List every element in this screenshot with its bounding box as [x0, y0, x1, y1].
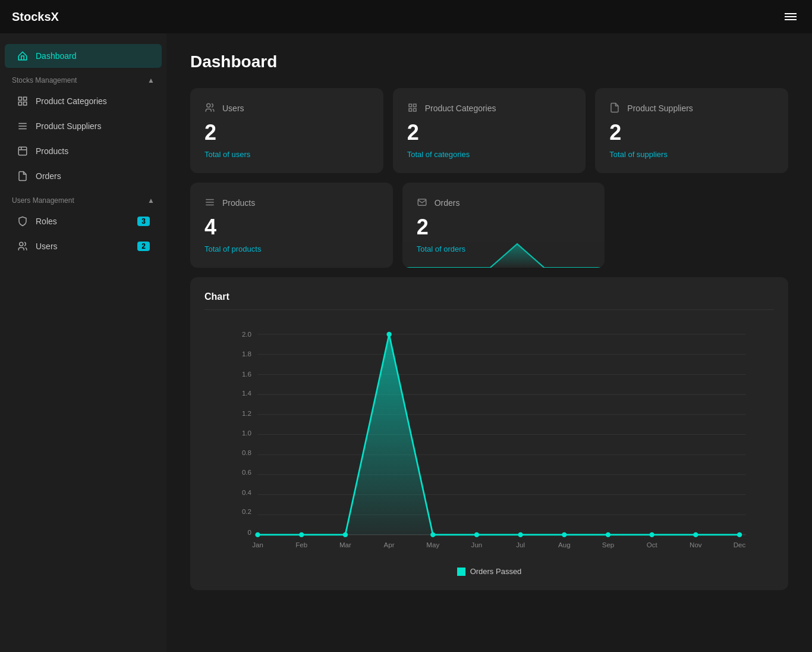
svg-text:May: May [426, 541, 439, 548]
svg-text:Aug: Aug [558, 541, 571, 548]
svg-point-50 [693, 532, 698, 537]
chart-container: 2.0 1.8 1.6 1.4 1.2 1.0 0.8 0.6 0.4 0.2 … [204, 322, 774, 560]
stat-card-product-suppliers[interactable]: Product Suppliers 2 Total of suppliers [595, 88, 788, 173]
svg-point-46 [518, 532, 523, 537]
stat-orders-label: Orders [435, 198, 460, 208]
shield-icon [17, 215, 29, 227]
menu-line-3 [785, 19, 797, 20]
grid-icon [17, 95, 29, 107]
stat-categories-value: 2 [407, 120, 572, 145]
svg-text:0.8: 0.8 [242, 449, 251, 456]
sidebar-orders-label: Orders [36, 171, 61, 181]
home-icon [17, 50, 29, 62]
stat-card-product-categories[interactable]: Product Categories 2 Total of categories [393, 88, 586, 173]
topbar: StocksX [0, 0, 812, 33]
sidebar-products-label: Products [36, 146, 68, 156]
users-icon [17, 240, 29, 252]
svg-text:0.2: 0.2 [242, 508, 251, 515]
svg-text:1.4: 1.4 [242, 390, 252, 397]
empty-slot [614, 183, 788, 268]
svg-text:Jan: Jan [252, 541, 263, 548]
stats-row-1: Users 2 Total of users Product Categorie… [190, 88, 788, 173]
stat-card-users[interactable]: Users 2 Total of users [190, 88, 383, 173]
categories-stat-icon [407, 102, 419, 114]
svg-text:Mar: Mar [339, 541, 351, 548]
svg-rect-3 [24, 102, 27, 105]
sidebar-item-product-categories[interactable]: Product Categories [5, 89, 162, 113]
svg-point-42 [343, 532, 348, 537]
stat-card-orders[interactable]: Orders 2 Total of orders [402, 183, 605, 268]
stat-users-link[interactable]: Total of users [204, 150, 369, 159]
chart-svg: 2.0 1.8 1.6 1.4 1.2 1.0 0.8 0.6 0.4 0.2 … [204, 322, 774, 560]
users-management-label: Users Management [12, 196, 74, 205]
stat-card-orders-header: Orders [417, 197, 591, 209]
menu-line-2 [785, 16, 797, 17]
menu-line-1 [785, 13, 797, 14]
svg-text:Oct: Oct [647, 541, 658, 548]
main-layout: Dashboard Stocks Management ▲ Product Ca… [0, 33, 812, 652]
svg-point-41 [299, 532, 304, 537]
stat-orders-value: 2 [417, 215, 591, 240]
svg-point-51 [737, 532, 742, 537]
sidebar-item-product-suppliers[interactable]: Product Suppliers [5, 114, 162, 138]
svg-text:Jun: Jun [471, 541, 483, 548]
svg-text:Jul: Jul [516, 541, 525, 548]
stat-users-label: Users [222, 104, 244, 113]
svg-point-10 [20, 242, 23, 246]
svg-text:0.4: 0.4 [242, 489, 252, 496]
stat-card-categories-header: Product Categories [407, 102, 572, 114]
stocks-management-label: Stocks Management [12, 76, 77, 84]
stat-categories-link[interactable]: Total of categories [407, 150, 572, 159]
sidebar-item-dashboard[interactable]: Dashboard [5, 44, 162, 68]
stat-products-link[interactable]: Total of products [204, 244, 379, 253]
user-menu-button[interactable] [781, 7, 800, 26]
list-icon [17, 120, 29, 132]
legend-color-box [457, 568, 465, 576]
svg-point-11 [207, 104, 210, 107]
users-badge: 2 [137, 242, 150, 251]
sidebar-item-roles[interactable]: Roles 3 [5, 209, 162, 233]
svg-text:1.8: 1.8 [242, 350, 251, 358]
roles-badge: 3 [137, 217, 150, 226]
chart-section: Chart 2.0 1.8 1.6 1. [190, 277, 788, 590]
sidebar-item-orders[interactable]: Orders [5, 164, 162, 188]
users-management-section: Users Management ▲ [0, 189, 166, 208]
stat-products-value: 4 [204, 215, 379, 240]
stat-suppliers-link[interactable]: Total of suppliers [609, 150, 774, 159]
svg-text:1.6: 1.6 [242, 371, 251, 378]
users-stat-icon [204, 102, 216, 114]
products-stat-icon [204, 197, 216, 209]
stat-products-label: Products [222, 198, 255, 208]
stat-categories-label: Product Categories [425, 104, 496, 113]
svg-text:1.2: 1.2 [242, 410, 251, 417]
users-chevron-icon[interactable]: ▲ [147, 196, 155, 205]
svg-marker-16 [402, 244, 605, 268]
sidebar-dashboard-label: Dashboard [36, 51, 77, 61]
chart-legend: Orders Passed [204, 567, 774, 576]
stat-card-products[interactable]: Products 4 Total of products [190, 183, 393, 268]
svg-point-45 [474, 532, 479, 537]
orders-stat-icon [417, 197, 429, 209]
stocks-chevron-icon[interactable]: ▲ [147, 76, 155, 84]
stat-suppliers-label: Product Suppliers [627, 104, 693, 113]
stocks-management-section: Stocks Management ▲ [0, 69, 166, 88]
svg-text:Nov: Nov [690, 541, 702, 548]
svg-text:1.0: 1.0 [242, 430, 251, 437]
svg-text:Dec: Dec [734, 541, 746, 548]
svg-point-44 [430, 532, 435, 537]
svg-text:Apr: Apr [384, 541, 395, 548]
svg-rect-1 [24, 97, 27, 100]
svg-point-49 [649, 532, 654, 537]
suppliers-stat-icon [609, 102, 621, 114]
svg-text:Feb: Feb [295, 541, 307, 548]
sidebar-users-label: Users [36, 242, 58, 251]
sidebar-item-products[interactable]: Products [5, 139, 162, 163]
stat-suppliers-value: 2 [609, 120, 774, 145]
svg-rect-2 [18, 102, 21, 105]
stat-card-products-header: Products [204, 197, 379, 209]
legend-label: Orders Passed [470, 567, 522, 576]
svg-text:Sep: Sep [602, 541, 615, 548]
stat-card-suppliers-header: Product Suppliers [609, 102, 774, 114]
sidebar-item-users[interactable]: Users 2 [5, 234, 162, 258]
chart-title: Chart [204, 291, 774, 310]
